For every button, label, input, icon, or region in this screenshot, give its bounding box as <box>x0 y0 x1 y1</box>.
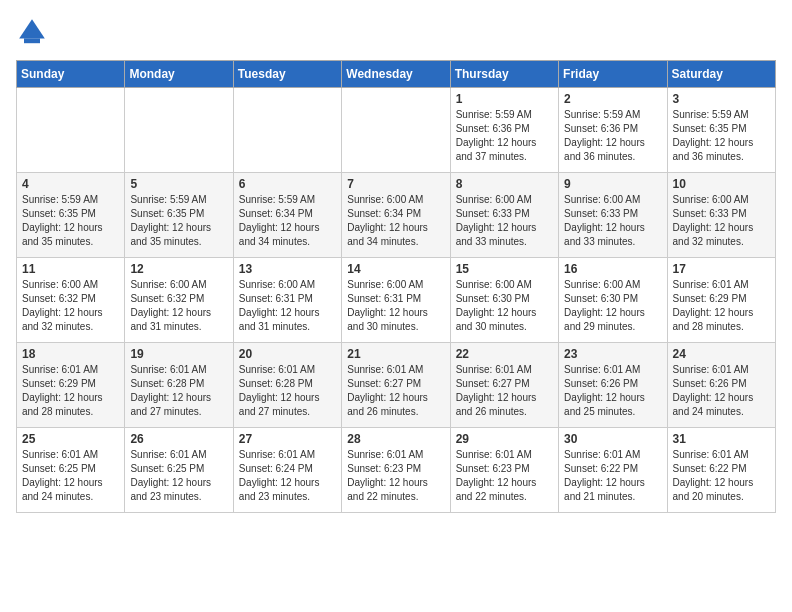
calendar-week-3: 11Sunrise: 6:00 AM Sunset: 6:32 PM Dayli… <box>17 258 776 343</box>
day-info: Sunrise: 6:01 AM Sunset: 6:29 PM Dayligh… <box>22 363 119 419</box>
day-info: Sunrise: 5:59 AM Sunset: 6:35 PM Dayligh… <box>22 193 119 249</box>
day-info: Sunrise: 6:00 AM Sunset: 6:32 PM Dayligh… <box>130 278 227 334</box>
day-info: Sunrise: 5:59 AM Sunset: 6:36 PM Dayligh… <box>456 108 553 164</box>
calendar-cell <box>17 88 125 173</box>
day-info: Sunrise: 6:01 AM Sunset: 6:27 PM Dayligh… <box>347 363 444 419</box>
day-number: 29 <box>456 432 553 446</box>
calendar-cell: 19Sunrise: 6:01 AM Sunset: 6:28 PM Dayli… <box>125 343 233 428</box>
calendar-cell: 5Sunrise: 5:59 AM Sunset: 6:35 PM Daylig… <box>125 173 233 258</box>
day-info: Sunrise: 6:00 AM Sunset: 6:31 PM Dayligh… <box>347 278 444 334</box>
calendar-cell: 8Sunrise: 6:00 AM Sunset: 6:33 PM Daylig… <box>450 173 558 258</box>
day-number: 10 <box>673 177 770 191</box>
calendar-cell: 2Sunrise: 5:59 AM Sunset: 6:36 PM Daylig… <box>559 88 667 173</box>
calendar-cell: 20Sunrise: 6:01 AM Sunset: 6:28 PM Dayli… <box>233 343 341 428</box>
calendar-cell: 29Sunrise: 6:01 AM Sunset: 6:23 PM Dayli… <box>450 428 558 513</box>
day-info: Sunrise: 6:01 AM Sunset: 6:23 PM Dayligh… <box>347 448 444 504</box>
day-number: 26 <box>130 432 227 446</box>
calendar-cell: 3Sunrise: 5:59 AM Sunset: 6:35 PM Daylig… <box>667 88 775 173</box>
day-number: 5 <box>130 177 227 191</box>
calendar-cell: 27Sunrise: 6:01 AM Sunset: 6:24 PM Dayli… <box>233 428 341 513</box>
calendar-cell: 28Sunrise: 6:01 AM Sunset: 6:23 PM Dayli… <box>342 428 450 513</box>
day-info: Sunrise: 6:01 AM Sunset: 6:28 PM Dayligh… <box>239 363 336 419</box>
calendar-cell: 16Sunrise: 6:00 AM Sunset: 6:30 PM Dayli… <box>559 258 667 343</box>
logo-icon <box>16 16 48 48</box>
calendar-cell: 14Sunrise: 6:00 AM Sunset: 6:31 PM Dayli… <box>342 258 450 343</box>
calendar-cell: 12Sunrise: 6:00 AM Sunset: 6:32 PM Dayli… <box>125 258 233 343</box>
day-number: 20 <box>239 347 336 361</box>
day-number: 18 <box>22 347 119 361</box>
calendar-header-row: SundayMondayTuesdayWednesdayThursdayFrid… <box>17 61 776 88</box>
calendar-cell: 23Sunrise: 6:01 AM Sunset: 6:26 PM Dayli… <box>559 343 667 428</box>
calendar-cell: 30Sunrise: 6:01 AM Sunset: 6:22 PM Dayli… <box>559 428 667 513</box>
day-header-saturday: Saturday <box>667 61 775 88</box>
day-number: 13 <box>239 262 336 276</box>
day-number: 23 <box>564 347 661 361</box>
svg-marker-0 <box>19 19 45 38</box>
calendar-cell: 18Sunrise: 6:01 AM Sunset: 6:29 PM Dayli… <box>17 343 125 428</box>
day-number: 25 <box>22 432 119 446</box>
day-header-monday: Monday <box>125 61 233 88</box>
calendar-cell: 26Sunrise: 6:01 AM Sunset: 6:25 PM Dayli… <box>125 428 233 513</box>
day-number: 22 <box>456 347 553 361</box>
logo <box>16 16 52 48</box>
day-info: Sunrise: 6:01 AM Sunset: 6:22 PM Dayligh… <box>564 448 661 504</box>
day-info: Sunrise: 6:01 AM Sunset: 6:27 PM Dayligh… <box>456 363 553 419</box>
day-info: Sunrise: 6:01 AM Sunset: 6:23 PM Dayligh… <box>456 448 553 504</box>
calendar-table: SundayMondayTuesdayWednesdayThursdayFrid… <box>16 60 776 513</box>
day-number: 3 <box>673 92 770 106</box>
calendar-cell: 10Sunrise: 6:00 AM Sunset: 6:33 PM Dayli… <box>667 173 775 258</box>
page-header <box>16 16 776 48</box>
day-info: Sunrise: 6:01 AM Sunset: 6:25 PM Dayligh… <box>130 448 227 504</box>
day-info: Sunrise: 6:00 AM Sunset: 6:30 PM Dayligh… <box>564 278 661 334</box>
day-number: 7 <box>347 177 444 191</box>
calendar-cell: 7Sunrise: 6:00 AM Sunset: 6:34 PM Daylig… <box>342 173 450 258</box>
calendar-cell: 1Sunrise: 5:59 AM Sunset: 6:36 PM Daylig… <box>450 88 558 173</box>
day-info: Sunrise: 6:00 AM Sunset: 6:32 PM Dayligh… <box>22 278 119 334</box>
day-number: 16 <box>564 262 661 276</box>
day-info: Sunrise: 6:00 AM Sunset: 6:33 PM Dayligh… <box>564 193 661 249</box>
day-number: 14 <box>347 262 444 276</box>
calendar-cell: 25Sunrise: 6:01 AM Sunset: 6:25 PM Dayli… <box>17 428 125 513</box>
calendar-cell <box>125 88 233 173</box>
calendar-cell: 6Sunrise: 5:59 AM Sunset: 6:34 PM Daylig… <box>233 173 341 258</box>
day-info: Sunrise: 6:01 AM Sunset: 6:28 PM Dayligh… <box>130 363 227 419</box>
day-number: 17 <box>673 262 770 276</box>
day-info: Sunrise: 6:01 AM Sunset: 6:25 PM Dayligh… <box>22 448 119 504</box>
day-header-wednesday: Wednesday <box>342 61 450 88</box>
day-number: 24 <box>673 347 770 361</box>
day-info: Sunrise: 5:59 AM Sunset: 6:34 PM Dayligh… <box>239 193 336 249</box>
day-info: Sunrise: 6:01 AM Sunset: 6:26 PM Dayligh… <box>564 363 661 419</box>
day-info: Sunrise: 6:01 AM Sunset: 6:24 PM Dayligh… <box>239 448 336 504</box>
day-info: Sunrise: 5:59 AM Sunset: 6:35 PM Dayligh… <box>673 108 770 164</box>
day-info: Sunrise: 6:00 AM Sunset: 6:30 PM Dayligh… <box>456 278 553 334</box>
day-number: 31 <box>673 432 770 446</box>
calendar-cell: 21Sunrise: 6:01 AM Sunset: 6:27 PM Dayli… <box>342 343 450 428</box>
day-number: 4 <box>22 177 119 191</box>
calendar-cell: 11Sunrise: 6:00 AM Sunset: 6:32 PM Dayli… <box>17 258 125 343</box>
calendar-cell: 13Sunrise: 6:00 AM Sunset: 6:31 PM Dayli… <box>233 258 341 343</box>
day-number: 9 <box>564 177 661 191</box>
day-info: Sunrise: 5:59 AM Sunset: 6:36 PM Dayligh… <box>564 108 661 164</box>
calendar-week-1: 1Sunrise: 5:59 AM Sunset: 6:36 PM Daylig… <box>17 88 776 173</box>
day-number: 27 <box>239 432 336 446</box>
calendar-cell: 4Sunrise: 5:59 AM Sunset: 6:35 PM Daylig… <box>17 173 125 258</box>
day-header-sunday: Sunday <box>17 61 125 88</box>
day-info: Sunrise: 6:01 AM Sunset: 6:26 PM Dayligh… <box>673 363 770 419</box>
day-number: 8 <box>456 177 553 191</box>
day-info: Sunrise: 5:59 AM Sunset: 6:35 PM Dayligh… <box>130 193 227 249</box>
day-number: 12 <box>130 262 227 276</box>
day-number: 6 <box>239 177 336 191</box>
calendar-week-5: 25Sunrise: 6:01 AM Sunset: 6:25 PM Dayli… <box>17 428 776 513</box>
day-info: Sunrise: 6:00 AM Sunset: 6:33 PM Dayligh… <box>673 193 770 249</box>
day-number: 11 <box>22 262 119 276</box>
day-header-friday: Friday <box>559 61 667 88</box>
calendar-cell: 15Sunrise: 6:00 AM Sunset: 6:30 PM Dayli… <box>450 258 558 343</box>
day-info: Sunrise: 6:00 AM Sunset: 6:31 PM Dayligh… <box>239 278 336 334</box>
day-number: 1 <box>456 92 553 106</box>
day-info: Sunrise: 6:00 AM Sunset: 6:34 PM Dayligh… <box>347 193 444 249</box>
day-info: Sunrise: 6:01 AM Sunset: 6:22 PM Dayligh… <box>673 448 770 504</box>
calendar-cell: 31Sunrise: 6:01 AM Sunset: 6:22 PM Dayli… <box>667 428 775 513</box>
day-number: 2 <box>564 92 661 106</box>
calendar-cell <box>342 88 450 173</box>
calendar-week-4: 18Sunrise: 6:01 AM Sunset: 6:29 PM Dayli… <box>17 343 776 428</box>
